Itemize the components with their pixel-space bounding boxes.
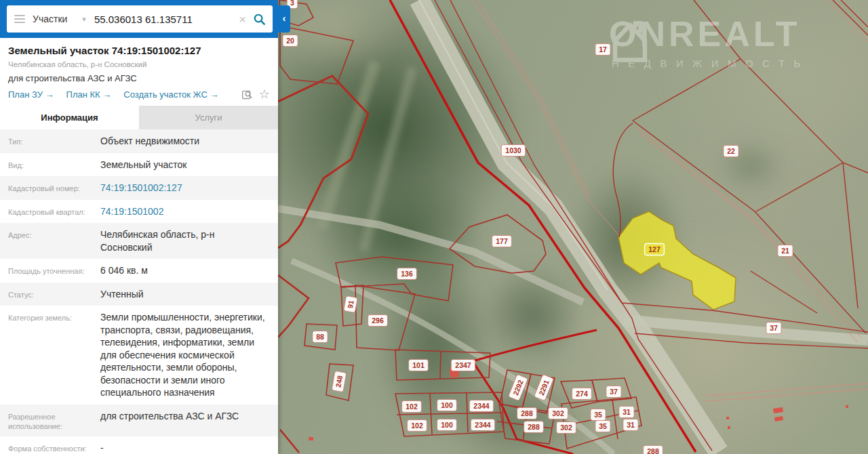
info-row-value: для строительства АЗС и АГЗС [100,410,269,431]
svg-text:37: 37 [770,324,778,332]
parcel-label-177[interactable]: 177 [492,236,512,247]
tabs: Информация Услуги [0,106,278,129]
parcel-label-31[interactable]: 31 [619,407,634,418]
parcel-label-127[interactable]: 127 [645,244,665,255]
menu-icon[interactable] [7,15,33,23]
parcel-card: Земельный участок 74:19:1501002:127 Челя… [0,38,278,106]
info-row-value: - [100,442,269,454]
parcel-label-288[interactable]: 288 [517,408,537,419]
tab-information[interactable]: Информация [0,106,139,129]
svg-text:296: 296 [372,316,384,325]
highlighted-parcel-127 [618,211,736,310]
map-canvas[interactable]: 3201710302217712721136912968837101234724… [278,0,868,454]
svg-text:1030: 1030 [505,146,521,154]
chevron-down-icon: ▾ [82,15,86,24]
info-row-value: 6 046 кв. м [100,264,269,277]
svg-text:35: 35 [599,422,607,430]
info-row-label: Разрешенное использование: [8,410,100,431]
search-box: Участки ▾ × [7,5,273,33]
search-bar: Участки ▾ × [0,0,278,38]
parcel-label-302[interactable]: 302 [557,422,576,434]
info-row-value[interactable]: 74:19:1501002:127 [100,182,269,194]
info-row: Вид:Земельный участок [0,153,278,177]
parcel-label-248[interactable]: 248 [332,371,347,392]
info-row-label: Тип: [8,135,100,148]
parcel-label-136[interactable]: 136 [397,268,417,280]
favorite-star-icon[interactable]: ☆ [259,88,270,100]
parcel-label-100[interactable]: 100 [437,419,457,431]
search-category-dropdown[interactable]: Участки ▾ [33,14,93,24]
info-row-value: Объект недвижимости [100,135,269,148]
parcel-label-100[interactable]: 100 [437,400,457,411]
parcel-label-296[interactable]: 296 [368,315,388,327]
parcel-label-302[interactable]: 302 [549,408,568,419]
svg-text:31: 31 [623,408,631,416]
parcel-title: Земельный участок 74:19:1501002:127 [8,45,269,56]
parcel-label-101[interactable]: 101 [409,360,429,371]
search-icon[interactable] [252,13,273,26]
info-row: Форма собственности:- [0,436,278,454]
info-row-label: Адрес: [8,228,100,253]
card-link-0[interactable]: План ЗУ → [8,89,54,100]
svg-text:101: 101 [412,361,425,369]
info-row-label: Статус: [8,288,100,301]
sidebar-collapse-button[interactable]: ‹ [278,5,290,33]
svg-text:100: 100 [441,421,453,429]
sidebar-panel: Участки ▾ × Земельный участок 74:19:1501… [0,0,278,454]
svg-text:288: 288 [647,447,659,454]
svg-text:2344: 2344 [475,421,491,429]
svg-text:102: 102 [406,403,418,411]
info-row: Разрешенное использование:для строительс… [0,405,278,436]
parcel-label-37[interactable]: 37 [606,386,621,398]
parcel-label-35[interactable]: 35 [591,409,606,421]
svg-text:2344: 2344 [473,402,490,410]
parcel-label-37[interactable]: 37 [766,323,781,334]
info-row: Категория земель:Земли промышленности, э… [0,306,278,405]
parcel-label-17[interactable]: 17 [595,44,610,56]
svg-text:20: 20 [286,37,294,45]
info-row-label: Вид: [8,159,100,171]
svg-text:136: 136 [401,270,413,278]
svg-text:302: 302 [552,409,564,417]
parcel-label-102[interactable]: 102 [408,420,427,432]
plan-preview-icon[interactable] [241,89,253,100]
parcel-label-21[interactable]: 21 [778,245,793,257]
info-row-label: Форма собственности: [8,442,100,454]
parcel-label-20[interactable]: 20 [283,35,298,47]
info-row-value: Земли промышленности, энергетики, трансп… [100,311,269,399]
svg-text:274: 274 [576,390,588,398]
parcel-label-1030[interactable]: 1030 [501,145,525,157]
parcel-label-35[interactable]: 35 [595,421,610,432]
info-row-label: Кадастровый квартал: [8,205,100,218]
card-link-2[interactable]: Создать участок ЖС → [123,89,218,100]
info-row-value[interactable]: 74:19:1501002 [100,205,269,218]
parcel-label-91[interactable]: 91 [344,296,358,313]
parcel-label-102[interactable]: 102 [402,401,422,413]
parcel-label-31[interactable]: 31 [623,419,638,431]
parcel-label-288[interactable]: 288 [524,421,544,433]
info-table: Тип:Объект недвижимостиВид:Земельный уча… [0,129,278,454]
card-link-1[interactable]: План КК → [66,89,112,100]
svg-text:35: 35 [594,411,602,419]
info-row-label: Площадь уточненная: [8,264,100,277]
parcel-label-2344[interactable]: 2344 [471,419,494,431]
parcel-label-274[interactable]: 274 [572,388,592,400]
info-row-label: Категория земель: [8,311,100,399]
tab-services[interactable]: Услуги [139,106,278,129]
parcel-label-288[interactable]: 288 [644,446,663,454]
search-input[interactable] [93,13,233,26]
svg-text:2347: 2347 [455,361,471,369]
search-category-label: Участки [33,14,67,24]
svg-text:31: 31 [627,421,635,429]
info-row: Статус:Учтенный [0,283,278,306]
clear-icon[interactable]: × [233,13,252,26]
info-row-value: Учтенный [100,288,269,301]
info-row: Тип:Объект недвижимости [0,129,278,153]
parcel-address: Челябинская область, р-н Сосновский [8,60,269,68]
parcel-label-88[interactable]: 88 [313,331,328,343]
svg-text:102: 102 [411,421,423,430]
svg-text:127: 127 [648,245,660,253]
parcel-label-2344[interactable]: 2344 [469,400,493,412]
parcel-label-22[interactable]: 22 [724,146,738,157]
parcel-label-2347[interactable]: 2347 [451,360,475,371]
